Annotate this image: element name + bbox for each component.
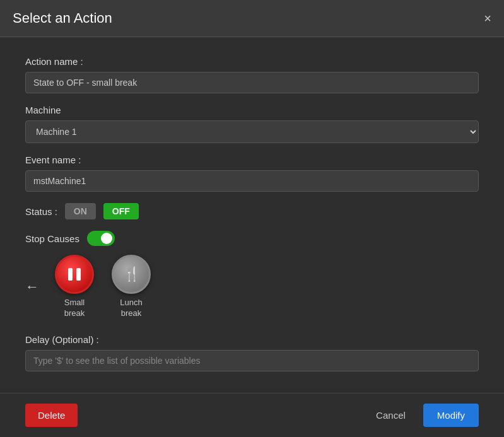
lunch-break-label: Lunchbreak (120, 298, 142, 319)
modal-footer: Delete Cancel Modify (0, 393, 504, 437)
modal-body: Action name : Machine Machine 1 Machine … (0, 37, 504, 393)
toggle-slider (87, 231, 115, 246)
status-off-button[interactable]: OFF (103, 203, 139, 219)
cause-item-small-break: Smallbreak (49, 255, 100, 319)
pause-bar-right (76, 268, 81, 281)
footer-right: Cancel Modify (366, 404, 479, 427)
modify-button[interactable]: Modify (423, 404, 479, 427)
cause-item-lunch-break: 🍴 Lunchbreak (106, 255, 156, 319)
stop-causes-label: Stop Causes (25, 233, 79, 244)
event-name-input[interactable] (25, 170, 479, 192)
modal-container: Select an Action × Action name : Machine… (0, 0, 504, 437)
delete-button[interactable]: Delete (25, 404, 78, 427)
machine-select[interactable]: Machine 1 Machine 2 Machine 3 (25, 120, 479, 143)
small-break-label: Smallbreak (64, 298, 85, 319)
modal-header: Select an Action × (0, 0, 504, 37)
pause-bar-left (68, 268, 73, 281)
machine-label: Machine (25, 105, 479, 115)
status-on-button[interactable]: ON (65, 203, 96, 219)
delay-label: Delay (Optional) : (25, 334, 479, 345)
cancel-button[interactable]: Cancel (366, 404, 416, 427)
close-button[interactable]: × (484, 12, 491, 25)
stop-causes-row: Stop Causes (25, 231, 479, 246)
delay-input[interactable] (25, 350, 479, 371)
modal-title: Select an Action (13, 10, 112, 26)
status-row: Status : ON OFF (25, 203, 479, 219)
small-break-icon[interactable] (55, 255, 94, 294)
stop-causes-toggle[interactable] (87, 231, 115, 246)
lunch-break-icon[interactable]: 🍴 (112, 255, 151, 294)
fork-knife-icon: 🍴 (123, 266, 140, 283)
pause-icon (68, 268, 81, 281)
action-name-input[interactable] (25, 72, 479, 93)
event-name-label: Event name : (25, 154, 479, 165)
status-label: Status : (25, 206, 57, 217)
causes-icons-row: ← Smallbreak 🍴 Lunchbreak (25, 255, 479, 319)
back-arrow-icon[interactable]: ← (25, 279, 39, 295)
action-name-label: Action name : (25, 56, 479, 67)
